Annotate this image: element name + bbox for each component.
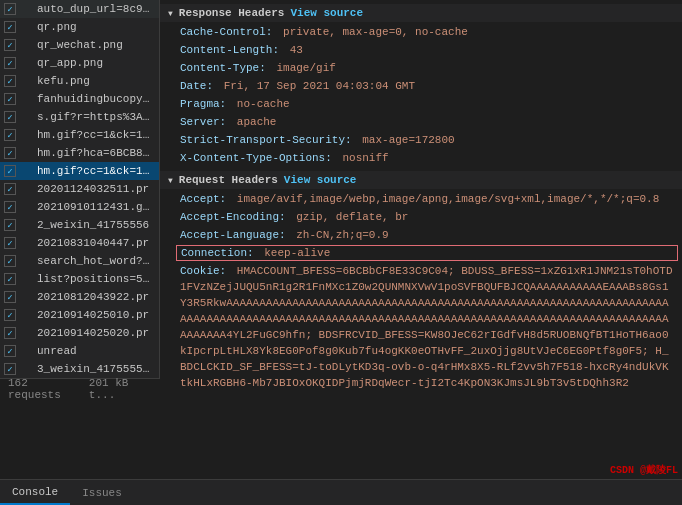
request-header-row: Accept: image/avif,image/webp,image/apng… <box>160 190 682 208</box>
file-item[interactable]: 20210831040447.pr <box>0 234 159 252</box>
response-header-row: Strict-Transport-Security: max-age=17280… <box>160 131 682 149</box>
request-view-source[interactable]: View source <box>284 174 357 186</box>
file-item[interactable]: hm.gif?cc=1&ck=1... <box>0 162 159 180</box>
header-colon <box>226 191 233 207</box>
file-icon <box>20 164 34 178</box>
file-checkbox[interactable] <box>4 165 16 177</box>
file-name: 2_weixin_41755556 <box>37 219 155 231</box>
header-value: max-age=172800 <box>362 132 454 148</box>
file-checkbox[interactable] <box>4 93 16 105</box>
right-panel: ▼ Response Headers View sourceCache-Cont… <box>160 0 682 479</box>
file-icon <box>20 56 34 70</box>
file-item[interactable]: kefu.png <box>0 72 159 90</box>
header-colon <box>213 78 220 94</box>
header-name: Accept-Language: <box>180 227 286 243</box>
file-name: hm.gif?cc=1&ck=1... <box>37 165 155 177</box>
file-icon <box>20 128 34 142</box>
file-icon <box>20 74 34 88</box>
header-colon <box>272 24 279 40</box>
file-name: 20210914025010.pr <box>37 309 155 321</box>
file-checkbox[interactable] <box>4 183 16 195</box>
file-checkbox[interactable] <box>4 291 16 303</box>
connection-header-row: Connection: keep-alive <box>176 245 678 261</box>
header-colon <box>226 96 233 112</box>
bottom-tab[interactable]: Console <box>0 480 70 505</box>
file-name: s.gif?r=https%3A%... <box>37 111 155 123</box>
header-colon <box>279 42 286 58</box>
file-name: list?positions=536,6 <box>37 273 155 285</box>
file-item[interactable]: qr_wechat.png <box>0 36 159 54</box>
file-checkbox[interactable] <box>4 57 16 69</box>
file-checkbox[interactable] <box>4 363 16 375</box>
file-checkbox[interactable] <box>4 255 16 267</box>
file-checkbox[interactable] <box>4 309 16 321</box>
file-checkbox[interactable] <box>4 111 16 123</box>
file-item[interactable]: hm.gif?hca=6BCB8... <box>0 144 159 162</box>
header-colon <box>352 132 359 148</box>
file-item[interactable]: auto_dup_url=8c9du... <box>0 0 159 18</box>
header-value: image/avif,image/webp,image/apng,image/s… <box>237 191 659 207</box>
header-name: Strict-Transport-Security: <box>180 132 352 148</box>
file-item[interactable]: 3_weixin_41755556.. <box>0 360 159 378</box>
response-view-source[interactable]: View source <box>290 7 363 19</box>
file-checkbox[interactable] <box>4 345 16 357</box>
header-name: Content-Type: <box>180 60 266 76</box>
file-name: kefu.png <box>37 75 155 87</box>
header-colon <box>226 114 233 130</box>
file-checkbox[interactable] <box>4 129 16 141</box>
response-headers-label: Response Headers <box>179 7 285 19</box>
file-checkbox[interactable] <box>4 21 16 33</box>
response-header-row: Server: apache <box>160 113 682 131</box>
file-icon <box>20 344 34 358</box>
file-name: hm.gif?hca=6BCB8... <box>37 147 155 159</box>
response-headers-title: ▼ Response Headers View source <box>160 4 682 22</box>
file-item[interactable]: 20210910112431.gif <box>0 198 159 216</box>
file-item[interactable]: 20210914025020.pr <box>0 324 159 342</box>
file-item[interactable]: fanhuidingbucopy.p <box>0 90 159 108</box>
file-checkbox[interactable] <box>4 273 16 285</box>
file-checkbox[interactable] <box>4 147 16 159</box>
header-name: Date: <box>180 78 213 94</box>
bottom-tab[interactable]: Issues <box>70 480 134 505</box>
file-checkbox[interactable] <box>4 39 16 51</box>
file-checkbox[interactable] <box>4 237 16 249</box>
header-name: Accept-Encoding: <box>180 209 286 225</box>
file-item[interactable]: 2_weixin_41755556 <box>0 216 159 234</box>
file-name: hm.gif?cc=1&ck=1... <box>37 129 155 141</box>
file-name: 20201124032511.pr <box>37 183 155 195</box>
file-item[interactable]: 20201124032511.pr <box>0 180 159 198</box>
file-name: fanhuidingbucopy.p <box>37 93 155 105</box>
file-checkbox[interactable] <box>4 219 16 231</box>
file-item[interactable]: 20210914025010.pr <box>0 306 159 324</box>
file-name: 3_weixin_41755556.. <box>37 363 155 375</box>
file-item[interactable]: hm.gif?cc=1&ck=1... <box>0 126 159 144</box>
request-count: 162 requests <box>8 377 77 401</box>
file-checkbox[interactable] <box>4 75 16 87</box>
file-icon <box>20 20 34 34</box>
main-container: auto_dup_url=8c9du...qr.pngqr_wechat.png… <box>0 0 682 479</box>
file-name: unread <box>37 345 155 357</box>
file-icon <box>20 110 34 124</box>
file-icon <box>20 236 34 250</box>
file-name: 20210914025020.pr <box>37 327 155 339</box>
file-checkbox[interactable] <box>4 327 16 339</box>
header-name: Server: <box>180 114 226 130</box>
triangle-icon: ▼ <box>168 9 173 18</box>
file-checkbox[interactable] <box>4 201 16 213</box>
file-item[interactable]: list?positions=536,6 <box>0 270 159 288</box>
file-icon <box>20 38 34 52</box>
response-header-row: X-Content-Type-Options: nosniff <box>160 149 682 167</box>
file-icon <box>20 272 34 286</box>
connection-header-value: keep-alive <box>264 247 330 259</box>
file-item[interactable]: s.gif?r=https%3A%... <box>0 108 159 126</box>
file-item[interactable]: qr_app.png <box>0 54 159 72</box>
file-name: qr_app.png <box>37 57 155 69</box>
file-item[interactable]: qr.png <box>0 18 159 36</box>
file-item[interactable]: unread <box>0 342 159 360</box>
left-container: auto_dup_url=8c9du...qr.pngqr_wechat.png… <box>0 0 160 479</box>
file-item[interactable]: 20210812043922.pr <box>0 288 159 306</box>
file-name: 20210910112431.gif <box>37 201 155 213</box>
file-checkbox[interactable] <box>4 3 16 15</box>
header-name: Pragma: <box>180 96 226 112</box>
file-item[interactable]: search_hot_word?c... <box>0 252 159 270</box>
